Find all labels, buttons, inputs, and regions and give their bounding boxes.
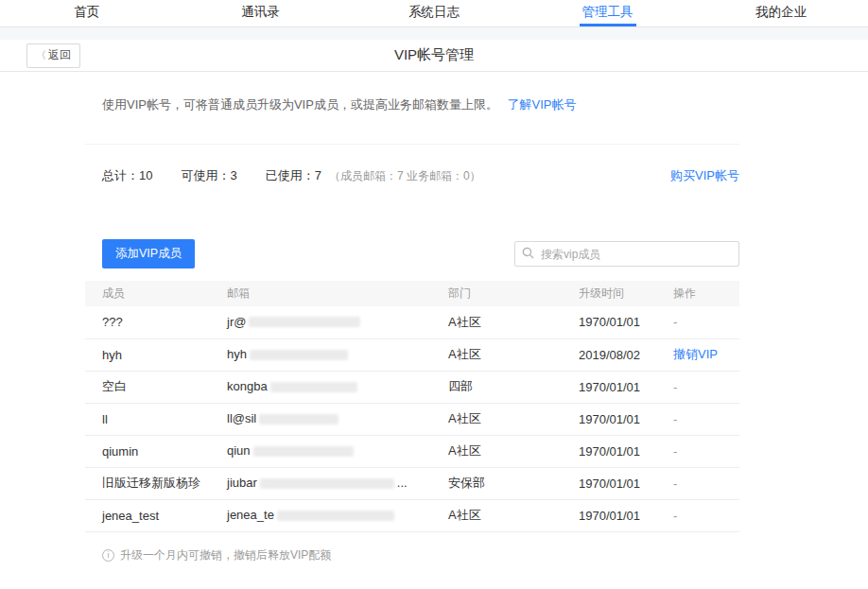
member-cell: qiumin: [85, 435, 227, 467]
action-cell: 撤销VIP: [673, 338, 739, 371]
vip-members-table: 成员 邮箱 部门 升级时间 操作 ??? jr@ A社区 1970/01/01 …: [85, 281, 739, 532]
nav-spacer: [0, 27, 868, 40]
col-header-dept: 部门: [448, 281, 579, 306]
intro-description: 使用VIP帐号，可将普通成员升级为VIP成员，或提高业务邮箱数量上限。: [102, 97, 498, 112]
footer-note: i 升级一个月内可撤销，撤销后释放VIP配额: [85, 547, 739, 563]
action-cell: -: [673, 435, 739, 467]
member-cell: 空白: [85, 371, 227, 403]
intro-text: 使用VIP帐号，可将普通成员升级为VIP成员，或提高业务邮箱数量上限。 了解VI…: [85, 96, 739, 113]
search-input[interactable]: [514, 241, 739, 267]
time-cell: 1970/01/01: [579, 499, 673, 531]
email-cell: kongba: [227, 371, 448, 403]
chevron-left-icon: 〈: [36, 48, 46, 62]
dept-cell: A社区: [448, 499, 579, 531]
action-cell: -: [673, 499, 739, 531]
redacted-email: [250, 350, 348, 360]
time-cell: 1970/01/01: [579, 306, 673, 338]
dept-cell: A社区: [448, 306, 579, 338]
email-cell: jr@: [227, 306, 448, 338]
info-icon: i: [102, 549, 114, 562]
table-row: hyh hyh A社区 2019/08/02 撤销VIP: [85, 338, 739, 371]
member-cell: ll: [85, 403, 227, 435]
page-subheader: 〈 返回 VIP帐号管理: [0, 40, 868, 72]
email-suffix: ...: [397, 476, 408, 490]
action-cell: -: [673, 306, 739, 338]
email-cell: qiun: [227, 435, 448, 467]
email-visible: ll@sil: [227, 411, 256, 425]
stat-used: 已使用：7: [266, 167, 321, 184]
email-cell: ll@sil: [227, 403, 448, 435]
dept-cell: 安保部: [448, 467, 579, 499]
dept-cell: A社区: [448, 403, 579, 435]
redacted-email: [249, 317, 360, 327]
stat-available: 可使用：3: [181, 167, 236, 184]
search-box: [514, 241, 739, 267]
table-row: 空白 kongba 四部 1970/01/01 -: [85, 371, 739, 403]
back-button-label: 返回: [48, 47, 71, 63]
nav-tab-admin-tools[interactable]: 管理工具: [521, 0, 695, 26]
member-cell: jenea_test: [85, 499, 227, 531]
table-toolbar: 添加VIP成员: [85, 239, 739, 269]
email-visible: hyh: [227, 347, 247, 361]
dept-cell: A社区: [448, 435, 579, 467]
email-visible: jenea_te: [227, 508, 274, 522]
action-cell: -: [673, 371, 739, 403]
email-cell: jenea_te: [227, 499, 448, 531]
time-cell: 1970/01/01: [579, 435, 673, 467]
stat-used-detail: （成员邮箱：7 业务邮箱：0）: [329, 168, 481, 184]
redacted-email: [259, 414, 339, 424]
main-content: 使用VIP帐号，可将普通成员升级为VIP成员，或提高业务邮箱数量上限。 了解VI…: [85, 96, 739, 563]
email-visible: jiubar: [227, 476, 257, 490]
email-cell: jiubar...: [227, 467, 448, 499]
table-header-row: 成员 邮箱 部门 升级时间 操作: [85, 281, 739, 306]
nav-tab-system-log[interactable]: 系统日志: [347, 0, 521, 26]
col-header-member: 成员: [85, 281, 227, 306]
email-visible: qiun: [227, 443, 251, 458]
col-header-upgrade-time: 升级时间: [579, 281, 673, 306]
table-row: ll ll@sil A社区 1970/01/01 -: [85, 403, 739, 435]
email-visible: jr@: [227, 315, 246, 329]
email-visible: kongba: [227, 379, 268, 393]
redacted-email: [253, 446, 354, 457]
add-vip-member-button[interactable]: 添加VIP成员: [102, 239, 195, 269]
page-title: VIP帐号管理: [394, 46, 474, 64]
col-header-email: 邮箱: [227, 281, 448, 306]
stat-total: 总计：10: [102, 167, 152, 184]
nav-tab-my-enterprise[interactable]: 我的企业: [694, 0, 868, 26]
redacted-email: [277, 511, 394, 521]
action-cell: -: [673, 403, 739, 435]
redacted-email: [270, 382, 357, 392]
buy-vip-link[interactable]: 购买VIP帐号: [670, 167, 739, 184]
revoke-vip-link[interactable]: 撤销VIP: [673, 347, 718, 361]
dept-cell: A社区: [448, 338, 579, 371]
nav-tab-home[interactable]: 首页: [0, 0, 174, 26]
top-nav: 首页 通讯录 系统日志 管理工具 我的企业: [0, 0, 868, 27]
back-button[interactable]: 〈 返回: [26, 43, 80, 68]
member-cell: 旧版迁移新版杨珍: [85, 467, 227, 499]
email-cell: hyh: [227, 338, 448, 371]
table-row: jenea_test jenea_te A社区 1970/01/01 -: [85, 499, 739, 531]
action-cell: -: [673, 467, 739, 499]
time-cell: 1970/01/01: [579, 467, 673, 499]
nav-tab-contacts[interactable]: 通讯录: [174, 0, 348, 26]
redacted-email: [260, 478, 394, 489]
col-header-action: 操作: [673, 281, 739, 306]
search-icon: [522, 247, 534, 259]
quota-stats: 总计：10 可使用：3 已使用：7 （成员邮箱：7 业务邮箱：0） 购买VIP帐…: [85, 144, 739, 205]
learn-vip-link[interactable]: 了解VIP帐号: [508, 97, 577, 112]
time-cell: 1970/01/01: [579, 371, 673, 403]
member-cell: hyh: [85, 338, 227, 371]
member-cell: ???: [85, 306, 227, 338]
dept-cell: 四部: [448, 371, 579, 403]
time-cell: 1970/01/01: [579, 403, 673, 435]
footer-note-text: 升级一个月内可撤销，撤销后释放VIP配额: [120, 547, 331, 563]
time-cell: 2019/08/02: [579, 338, 673, 371]
table-row: ??? jr@ A社区 1970/01/01 -: [85, 306, 739, 338]
table-row: qiumin qiun A社区 1970/01/01 -: [85, 435, 739, 467]
table-row: 旧版迁移新版杨珍 jiubar... 安保部 1970/01/01 -: [85, 467, 739, 499]
